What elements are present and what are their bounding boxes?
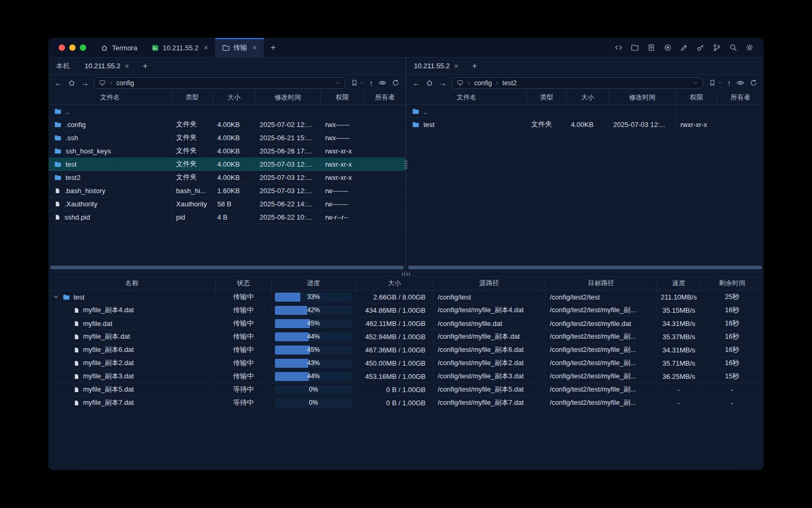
column-header[interactable]: 名称 [49, 277, 216, 290]
transfer-name: myfile_副本6.dat [83, 345, 134, 355]
column-header[interactable]: 修改时间 [609, 91, 676, 104]
forward-icon[interactable]: → [439, 79, 447, 87]
refresh-icon[interactable] [750, 79, 758, 87]
column-header[interactable]: 所有者 [717, 91, 763, 104]
parent-directory-icon[interactable]: ↑ [370, 79, 374, 87]
column-header[interactable]: 类型 [172, 91, 213, 104]
path-input[interactable]: config test2 [452, 77, 703, 89]
column-header[interactable]: 文件名 [407, 91, 527, 104]
scrollbar-thumb[interactable] [408, 266, 762, 269]
bookmark-dropdown[interactable] [708, 79, 722, 87]
column-header[interactable]: 进度 [272, 277, 356, 290]
close-icon[interactable]: × [454, 62, 458, 70]
close-tab-icon[interactable]: × [204, 44, 208, 51]
chevron-down-icon[interactable] [335, 80, 340, 86]
column-header[interactable]: 大小 [356, 277, 433, 290]
column-header[interactable]: 文件名 [49, 91, 172, 104]
close-window-button[interactable] [59, 44, 65, 51]
path-input[interactable]: config [94, 77, 345, 89]
pane-tab-local[interactable]: 本机 [49, 58, 77, 74]
table-row[interactable]: .. [407, 105, 763, 118]
table-row[interactable]: ssh_host_keys 文件夹4.00KB2025-06-26 17:...… [49, 144, 405, 158]
right-table-header: 文件名 类型 大小 修改时间 权限 所有者 [407, 91, 763, 105]
tab-termora[interactable]: Termora [94, 38, 144, 57]
table-row[interactable]: test 文件夹4.00KB2025-07-03 12:...rwxr-xr-x [407, 118, 763, 131]
back-icon[interactable]: ← [54, 79, 62, 87]
table-row[interactable]: test2 文件夹4.00KB2025-07-03 12:...rwxr-xr-… [49, 171, 405, 184]
transfer-row[interactable]: myfile_副本2.dat 传输中 43% 450.00MB / 1.00GB… [49, 357, 763, 370]
new-pane-tab-button[interactable]: + [136, 58, 154, 74]
folder-icon[interactable] [631, 43, 639, 52]
maximize-window-button[interactable] [80, 44, 86, 51]
refresh-icon[interactable] [392, 79, 400, 87]
transfer-row[interactable]: myfile_副本3.dat 传输中 44% 453.16MB / 1.00GB… [49, 370, 763, 383]
minimize-window-button[interactable] [69, 44, 76, 51]
show-hidden-icon[interactable] [736, 79, 744, 87]
table-row[interactable]: sshd.pid pid4 B2025-06-22 10:...rw-r--r-… [49, 211, 405, 224]
back-icon[interactable]: ← [412, 79, 420, 87]
tab-transfer[interactable]: 传输 × [215, 38, 264, 57]
file-manager-area: 本机 10.211.55.2 × + ← → config [49, 58, 763, 271]
home-icon[interactable] [68, 79, 76, 87]
table-row-selected[interactable]: test 文件夹4.00KB2025-07-03 12:...rwxr-xr-x [49, 158, 405, 171]
branch-icon[interactable] [713, 43, 721, 52]
right-pane-toolbar: ← → config test2 ↑ [407, 75, 763, 91]
settings-icon[interactable] [745, 43, 754, 52]
table-row[interactable]: .. [49, 105, 405, 118]
transfer-row[interactable]: myfile_副本7.dat 等待中 0% 0 B / 1.00GB /conf… [49, 396, 763, 410]
splitter-grip[interactable] [401, 273, 411, 276]
transfer-name: myfile_副本3.dat [83, 371, 134, 381]
parent-directory-icon[interactable]: ↑ [727, 79, 732, 87]
path-segment[interactable]: test2 [502, 79, 516, 87]
edit-icon[interactable] [680, 43, 688, 52]
column-header[interactable]: 速度 [657, 277, 701, 290]
column-header[interactable]: 修改时间 [255, 91, 321, 104]
table-row[interactable]: .bash_history bash_hi...1.60KB2025-07-03… [49, 184, 405, 197]
close-tab-icon[interactable]: × [253, 44, 257, 51]
path-segment[interactable]: config [116, 79, 134, 87]
tab-session[interactable]: 10.211.55.2 × [144, 38, 215, 57]
table-row[interactable]: .config 文件夹4.00KB2025-07-02 12:...rwx---… [49, 118, 405, 131]
left-table-header: 文件名 类型 大小 修改时间 权限 所有者 [49, 91, 405, 105]
table-row[interactable]: .Xauthority Xauthority58 B2025-06-22 14:… [49, 197, 405, 211]
transfer-row[interactable]: myfile_副本6.dat 传输中 45% 467.36MB / 1.00GB… [49, 343, 763, 357]
column-header[interactable]: 权限 [321, 91, 364, 104]
column-header[interactable]: 权限 [676, 91, 717, 104]
column-header[interactable]: 类型 [527, 91, 567, 104]
column-header[interactable]: 状态 [216, 277, 272, 290]
column-header[interactable]: 大小 [213, 91, 255, 104]
file-icon [54, 187, 61, 194]
column-header[interactable]: 所有者 [364, 91, 405, 104]
expander-chevron-icon[interactable] [53, 294, 59, 300]
key-icon[interactable] [696, 43, 705, 52]
show-hidden-icon[interactable] [379, 79, 386, 87]
transfer-row[interactable]: myfile_副本5.dat 等待中 0% 0 B / 1.00GB /conf… [49, 383, 763, 396]
log-icon[interactable] [647, 43, 656, 52]
column-header[interactable]: 剩余时间 [701, 277, 763, 290]
search-icon[interactable] [729, 43, 737, 52]
bookmark-dropdown[interactable] [350, 79, 364, 87]
transfer-row[interactable]: myfile_副本.dat 传输中 44% 452.94MB / 1.00GB … [49, 330, 763, 343]
path-segment[interactable]: config [474, 79, 492, 87]
horizontal-splitter[interactable] [49, 271, 763, 277]
code-icon[interactable] [614, 43, 623, 52]
transfer-row[interactable]: myfile_副本4.dat 传输中 42% 434.86MB / 1.00GB… [49, 304, 763, 317]
file-name: .ssh [66, 134, 78, 142]
new-tab-button[interactable]: + [264, 38, 283, 57]
home-icon[interactable] [426, 79, 433, 87]
table-row[interactable]: .ssh 文件夹4.00KB2025-06-21 15:...rwx------ [49, 131, 405, 144]
column-header[interactable]: 目标路径 [546, 277, 657, 290]
pane-tab-session[interactable]: 10.211.55.2 × [77, 58, 136, 74]
column-header[interactable]: 大小 [567, 91, 609, 104]
transfer-row[interactable]: myfile.dat 传输中 45% 462.11MB / 1.00GB /co… [49, 317, 763, 330]
scrollbar-thumb[interactable] [50, 266, 404, 269]
forward-icon[interactable]: → [81, 79, 89, 87]
record-icon[interactable] [663, 43, 672, 52]
transfer-row[interactable]: test 传输中 33% 2.66GB / 8.00GB /config/tes… [49, 291, 763, 304]
close-icon[interactable]: × [125, 62, 129, 70]
chevron-down-icon[interactable] [693, 80, 698, 86]
transfer-name: myfile_副本5.dat [83, 385, 134, 394]
column-header[interactable]: 源路径 [433, 277, 546, 290]
new-pane-tab-button[interactable]: + [466, 58, 483, 74]
pane-tab-session[interactable]: 10.211.55.2 × [407, 58, 466, 74]
